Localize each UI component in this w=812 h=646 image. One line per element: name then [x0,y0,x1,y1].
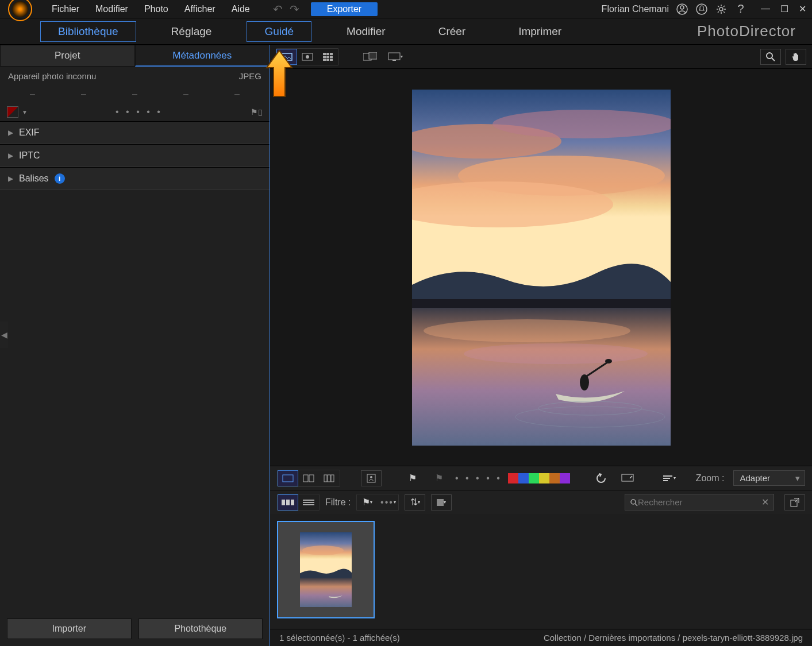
svg-rect-50 [291,500,294,505]
close-button[interactable]: ✕ [799,3,806,14]
svg-rect-40 [328,475,330,482]
thumb-large-icon[interactable] [278,494,298,510]
flag-pick-icon[interactable]: ⚑ [402,470,423,486]
export-button[interactable]: Exporter [311,2,378,16]
zoom-select[interactable]: Adapter [733,470,805,486]
view-toolbar: ▾ [270,45,812,69]
panel-tab-project[interactable]: Projet [0,45,135,67]
format-label: JPEG [239,71,261,81]
flag-reject-icon[interactable]: ⚑ [429,470,449,486]
svg-rect-37 [303,475,308,482]
compare-icon[interactable] [360,49,380,65]
filter-flag-icon[interactable]: ⚑▾ [357,494,378,510]
color-label-swatch[interactable] [7,106,18,118]
menu-view[interactable]: Afficher [176,2,224,17]
panel-tab-metadata[interactable]: Métadonnées [135,45,270,67]
meta-dash: – [30,89,35,99]
menu-file[interactable]: Fichier [44,2,87,17]
filter-toolbar: Filtre : ⚑▾ •••▾ ⇅▾ ▾ ✕ [270,490,812,514]
menu-edit[interactable]: Modifier [87,2,136,17]
svg-rect-9 [330,53,333,55]
thumb-list-icon[interactable] [298,494,319,510]
popout-icon[interactable] [784,494,805,510]
face-tag-icon[interactable] [361,470,382,486]
svg-rect-11 [326,56,329,58]
screen-icon[interactable] [617,470,638,486]
menubar: Fichier Modifier Photo Afficher Aide ↶ ↷… [0,0,812,18]
rotate-icon[interactable] [591,470,611,486]
svg-point-43 [370,476,372,478]
user-icon[interactable] [676,3,688,16]
phototheque-button[interactable]: Photothèque [138,618,263,639]
canvas[interactable] [270,69,812,466]
zoom-tool-icon[interactable] [760,49,781,65]
info-icon[interactable]: i [55,173,65,184]
maximize-button[interactable]: ☐ [780,3,788,14]
thumbnail-strip[interactable] [270,514,812,629]
help-icon[interactable]: ? [734,3,747,16]
view-mirror-icon[interactable] [297,49,318,65]
section-iptc[interactable]: ▶IPTC [0,144,270,167]
color-swatches[interactable] [508,473,570,483]
view-grid-icon[interactable] [318,49,338,65]
svg-point-24 [492,110,671,138]
svg-rect-49 [286,500,290,505]
flag-icon[interactable]: ⚑▯ [251,107,263,117]
svg-point-59 [302,546,344,555]
svg-rect-38 [309,475,314,482]
filmstrip-toolbar: ⚑ ⚑ • • • • • ▾ Zoom : Adapter [270,466,812,490]
svg-rect-60 [300,578,352,607]
svg-rect-12 [330,56,333,58]
redo-button[interactable]: ↷ [286,2,303,16]
svg-rect-10 [323,56,326,58]
left-panel: Projet Métadonnées Appareil photo inconn… [0,45,270,646]
tab-guided[interactable]: Guidé [247,21,311,42]
search-box[interactable]: ✕ [625,494,774,510]
svg-rect-14 [326,59,329,61]
tab-create[interactable]: Créer [421,21,484,42]
rating-stars-icon[interactable]: • • • • • [455,473,502,483]
gear-icon[interactable] [715,3,728,16]
filter-label-icon[interactable]: ▾ [431,494,452,510]
svg-rect-41 [331,475,334,482]
layout-single-icon[interactable] [278,470,298,486]
svg-rect-13 [323,59,326,61]
collapse-handle[interactable]: ◀ [0,322,8,348]
search-icon [630,498,638,506]
pan-tool-icon[interactable] [786,49,806,65]
bell-icon[interactable] [695,3,708,16]
menu-photo[interactable]: Photo [136,2,176,17]
tab-adjust[interactable]: Réglage [153,21,230,42]
filter-sort-icon[interactable]: ⇅▾ [405,494,425,510]
import-button[interactable]: Importer [7,618,132,639]
layout-multi-icon[interactable] [319,470,340,486]
svg-rect-17 [369,52,377,59]
sort-icon[interactable]: ▾ [659,470,679,486]
secondary-display-icon[interactable]: ▾ [385,49,406,65]
undo-button[interactable]: ↶ [270,2,286,16]
layout-split-icon[interactable] [298,470,319,486]
tab-print[interactable]: Imprimer [501,21,579,42]
section-exif[interactable]: ▶EXIF [0,121,270,144]
svg-point-20 [767,53,772,59]
svg-point-33 [605,359,612,363]
minimize-button[interactable]: — [761,3,770,14]
thumbnail-image [300,532,352,607]
right-panel: ▾ [270,45,812,646]
search-input[interactable] [638,497,761,507]
tab-library[interactable]: Bibliothèque [40,21,136,42]
tab-edit[interactable]: Modifier [329,21,403,42]
statusbar: 1 sélectionnée(s) - 1 affichée(s) Collec… [270,629,812,646]
chevron-down-icon[interactable]: ▼ [22,109,28,115]
preview-image [412,90,671,446]
rating-dots[interactable]: • • • • • [116,107,163,117]
svg-rect-36 [283,475,293,482]
view-single-icon[interactable] [276,49,297,65]
svg-rect-7 [323,53,326,55]
filter-rating-icon[interactable]: •••▾ [378,494,398,510]
clear-search-icon[interactable]: ✕ [761,497,769,508]
svg-rect-8 [326,53,329,55]
menu-help[interactable]: Aide [224,2,258,17]
thumbnail-selected[interactable] [277,521,375,618]
section-tags[interactable]: ▶Balisesi [0,167,270,190]
